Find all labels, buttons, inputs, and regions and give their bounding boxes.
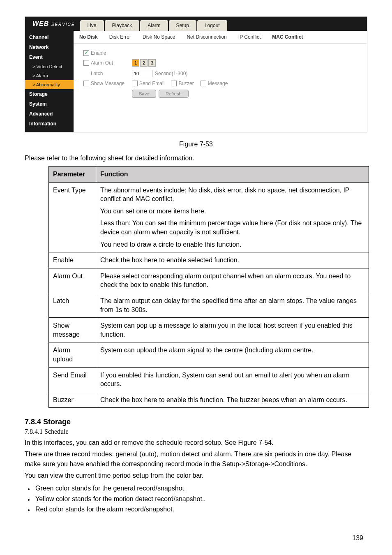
section-subheading: 7.8.4.1 Schedule	[25, 428, 367, 435]
para-3: You can view the current time period set…	[25, 471, 367, 481]
table-row: BuzzerCheck the box here to enable this …	[49, 392, 369, 408]
func-cell: Check the box here to enable this functi…	[96, 392, 369, 408]
alarm-out-1[interactable]: 1	[132, 59, 139, 67]
web-logo: WEB SERVICE	[25, 20, 80, 28]
func-text: System can upload the alarm signal to th…	[100, 346, 364, 355]
func-cell: Please select corresponding alarm output…	[96, 268, 369, 293]
show-message-checkbox[interactable]	[83, 81, 89, 86]
sidebar-item-event[interactable]: Event	[25, 52, 74, 62]
show-message-label: Show Message	[91, 81, 132, 86]
sidebar-item-abnormality[interactable]: > Abnormality	[25, 80, 74, 89]
func-text: You need to draw a circle to enable this…	[100, 240, 364, 249]
func-text: The abnormal events include: No disk, di…	[100, 186, 364, 204]
sub-tabs: No Disk Disk Error Disk No Space Net Dis…	[74, 31, 367, 44]
web-top-bar: WEB SERVICE Live Playback Alarm Setup Lo…	[25, 17, 367, 31]
alarm-out-3[interactable]: 3	[148, 59, 156, 67]
sidebar-item-storage[interactable]: Storage	[25, 89, 74, 99]
subtab-ip-conflict[interactable]: IP Conflict	[233, 31, 266, 43]
param-cell: Enable	[49, 252, 96, 268]
send-email-label: Send Email	[139, 81, 164, 86]
sidebar-item-system[interactable]: System	[25, 99, 74, 109]
func-text: System can pop up a message to alarm you…	[100, 321, 364, 339]
func-cell: Check the box here to enable selected fu…	[96, 252, 369, 268]
subtab-mac-conflict[interactable]: MAC Conflict	[266, 31, 309, 43]
save-button[interactable]: Save	[132, 90, 156, 98]
row-buttons: Save Refresh	[83, 88, 357, 99]
func-text: Check the box here to enable selected fu…	[100, 256, 364, 265]
enable-checkbox[interactable]	[83, 50, 89, 56]
web-main: No Disk Disk Error Disk No Space Net Dis…	[74, 31, 367, 132]
func-cell: The abnormal events include: No disk, di…	[96, 182, 369, 252]
tab-logout[interactable]: Logout	[197, 20, 227, 31]
table-row: Event TypeThe abnormal events include: N…	[49, 182, 369, 252]
latch-input[interactable]	[132, 70, 152, 77]
th-function: Function	[96, 166, 369, 183]
bullet-3: Red color stands for the alarm record/sn…	[34, 504, 367, 515]
alarm-out-label: Alarm Out	[91, 60, 132, 66]
alarm-out-2[interactable]: 2	[140, 59, 148, 67]
bullet-2: Yellow color stands for the motion detec…	[34, 494, 367, 504]
param-cell: Show message	[49, 318, 96, 342]
para-2: There are three record modes: general (a…	[25, 449, 367, 469]
buzzer-label: Buzzer	[178, 81, 194, 86]
form-area: Enable Alarm Out 1 2 3 Latch Second(1-30…	[74, 44, 367, 104]
func-text: Less than: You can set the minimum perce…	[100, 219, 364, 236]
logo-main: WEB	[32, 20, 49, 27]
sidebar-item-information[interactable]: Information	[25, 119, 74, 129]
sidebar-item-network[interactable]: Network	[25, 42, 74, 52]
th-parameter: Parameter	[49, 166, 96, 183]
row-options: Show Message Send Email Buzzer Message	[83, 79, 357, 88]
sidebar-item-advanced[interactable]: Advanced	[25, 109, 74, 119]
latch-unit: Second(1-300)	[155, 71, 187, 76]
refresh-button[interactable]: Refresh	[159, 90, 189, 98]
param-cell: Alarm upload	[49, 342, 96, 367]
params-tbody: Event TypeThe abnormal events include: N…	[49, 182, 369, 408]
params-table: Parameter Function Event TypeThe abnorma…	[48, 166, 369, 408]
message-checkbox[interactable]	[201, 81, 206, 86]
func-text: Please select corresponding alarm output…	[100, 272, 364, 289]
latch-label: Latch	[91, 71, 132, 76]
alarm-out-checkbox[interactable]	[83, 60, 89, 66]
figure-caption: Figure 7-53	[25, 141, 367, 148]
intro-text: Please refer to the following sheet for …	[25, 155, 367, 162]
section-heading: 7.8.4 Storage	[25, 418, 367, 426]
row-enable: Enable	[83, 49, 357, 58]
tab-alarm[interactable]: Alarm	[140, 20, 168, 31]
table-row: Send EmailIf you enabled this function, …	[49, 367, 369, 392]
param-cell: Latch	[49, 293, 96, 317]
func-text: You can set one or more items here.	[100, 207, 364, 216]
subtab-disk-no-space[interactable]: Disk No Space	[137, 31, 181, 43]
func-cell: If you enabled this function, System can…	[96, 367, 369, 392]
table-row: LatchThe alarm output can delay for the …	[49, 293, 369, 317]
para-1: In this interfaces, you can add or remov…	[25, 438, 367, 448]
subtab-disk-error[interactable]: Disk Error	[104, 31, 137, 43]
send-email-checkbox[interactable]	[132, 81, 138, 86]
sidebar-item-video-detect[interactable]: > Video Detect	[25, 62, 74, 71]
param-cell: Buzzer	[49, 392, 96, 408]
sidebar-item-alarm[interactable]: > Alarm	[25, 71, 74, 80]
subtab-net-disc[interactable]: Net Disconnection	[181, 31, 232, 43]
tab-setup[interactable]: Setup	[169, 20, 196, 31]
buzzer-checkbox[interactable]	[171, 81, 177, 86]
message-label: Message	[208, 81, 228, 86]
table-row: Show messageSystem can pop up a message …	[49, 318, 369, 342]
logo-sub: SERVICE	[51, 22, 75, 27]
func-text: If you enabled this function, System can…	[100, 371, 364, 388]
table-row: EnableCheck the box here to enable selec…	[49, 252, 369, 268]
func-cell: The alarm output can delay for the speci…	[96, 293, 369, 317]
bullet-list: Green color stands for the general recor…	[34, 483, 367, 515]
row-latch: Latch Second(1-300)	[83, 68, 357, 79]
func-cell: System can upload the alarm signal to th…	[96, 342, 369, 367]
subtab-no-disk[interactable]: No Disk	[74, 31, 104, 43]
row-alarm-out: Alarm Out 1 2 3	[83, 58, 357, 68]
enable-label: Enable	[91, 50, 106, 56]
tab-live[interactable]: Live	[80, 20, 104, 31]
param-cell: Send Email	[49, 367, 96, 392]
sidebar-item-channel[interactable]: Channel	[25, 32, 74, 42]
sidebar: Channel Network Event > Video Detect > A…	[25, 31, 74, 132]
func-text: Check the box here to enable this functi…	[100, 395, 364, 405]
param-cell: Alarm Out	[49, 268, 96, 293]
param-cell: Event Type	[49, 182, 96, 252]
tab-playback[interactable]: Playback	[105, 20, 140, 31]
web-body: Channel Network Event > Video Detect > A…	[25, 31, 367, 132]
